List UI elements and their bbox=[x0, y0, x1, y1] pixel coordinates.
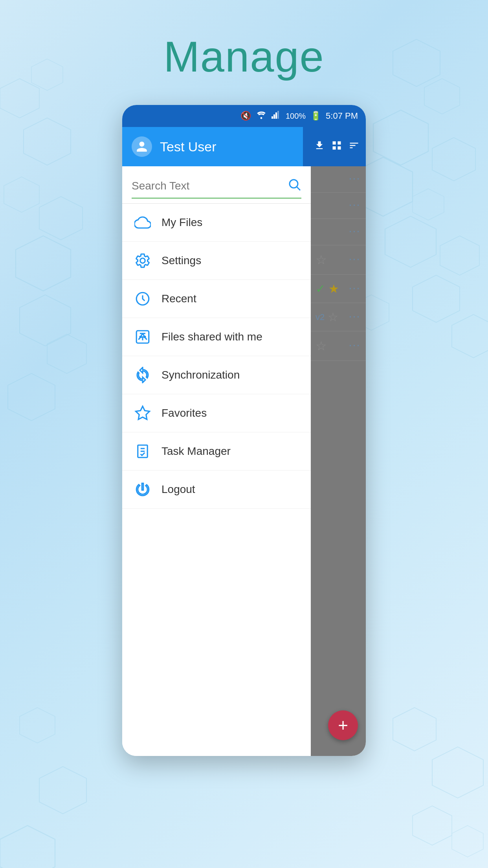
search-icon[interactable] bbox=[287, 177, 301, 195]
menu-label-shared: Files shared with me bbox=[161, 331, 262, 343]
menu-item-logout[interactable]: Logout bbox=[122, 471, 311, 509]
bg-file-row-4: ☆ ⋮ bbox=[311, 245, 366, 275]
menu-label-task-manager: Task Manager bbox=[161, 445, 231, 458]
avatar bbox=[132, 136, 152, 157]
menu-label-my-files: My Files bbox=[161, 216, 202, 229]
phone-frame: 🔇 100% 🔋 5:07 PM Test User bbox=[122, 105, 366, 756]
svg-rect-3 bbox=[275, 112, 277, 119]
menu-label-settings: Settings bbox=[161, 254, 201, 267]
more-options-icon: ⋮ bbox=[348, 254, 361, 266]
menu-label-sync: Synchronization bbox=[161, 369, 240, 381]
bg-file-row-6: v2 ☆ ⋮ bbox=[311, 303, 366, 331]
search-field[interactable] bbox=[132, 177, 301, 199]
bg-file-row-7: ☆ ⋮ bbox=[311, 331, 366, 361]
menu-item-favorites[interactable]: Favorites bbox=[122, 394, 311, 432]
sync-icon bbox=[133, 366, 152, 384]
svg-line-6 bbox=[297, 187, 300, 190]
menu-item-my-files[interactable]: My Files bbox=[122, 204, 311, 242]
signal-icon bbox=[272, 110, 281, 121]
tasks-icon bbox=[133, 442, 152, 461]
star-bg-icon: ☆ bbox=[316, 252, 327, 267]
wifi-icon bbox=[256, 110, 267, 121]
more-options-icon: ⋮ bbox=[348, 173, 361, 185]
star-bg-icon-3: ☆ bbox=[316, 338, 327, 353]
svg-marker-11 bbox=[136, 406, 150, 419]
fab-add-button[interactable]: + bbox=[328, 710, 358, 740]
menu-item-shared[interactable]: Files shared with me bbox=[122, 318, 311, 356]
bg-file-row-5: ✓ ★ ⋮ bbox=[311, 275, 366, 303]
menu-item-task-manager[interactable]: Task Manager bbox=[122, 432, 311, 471]
svg-point-5 bbox=[290, 180, 298, 188]
bg-file-row-3: ⋮ bbox=[311, 219, 366, 245]
status-bar: 🔇 100% 🔋 5:07 PM bbox=[122, 105, 366, 127]
menu-label-favorites: Favorites bbox=[161, 407, 207, 419]
battery-text: 100% bbox=[286, 112, 306, 121]
time-display: 5:07 PM bbox=[326, 111, 358, 121]
star-bg-icon-2: ☆ bbox=[328, 310, 338, 324]
star-icon bbox=[133, 404, 152, 423]
search-input[interactable] bbox=[132, 180, 283, 192]
gear-icon bbox=[133, 251, 152, 270]
svg-marker-0 bbox=[0, 0, 39, 39]
right-panel: ⋮ ⋮ ⋮ ☆ ⋮ ✓ ★ ⋮ v2 ☆ bbox=[311, 166, 366, 756]
check-bg-icon: ✓ bbox=[316, 282, 325, 296]
header-right-actions bbox=[303, 127, 366, 166]
gold-star-icon: ★ bbox=[328, 282, 339, 296]
more-options-icon: ⋮ bbox=[348, 226, 361, 238]
menu-label-recent: Recent bbox=[161, 292, 196, 305]
menu-item-recent[interactable]: Recent bbox=[122, 280, 311, 318]
search-container bbox=[122, 166, 311, 204]
svg-rect-4 bbox=[277, 111, 279, 119]
more-options-icon: ⋮ bbox=[348, 283, 361, 295]
more-options-icon: ⋮ bbox=[348, 340, 361, 352]
grid-icon[interactable] bbox=[331, 140, 342, 154]
more-options-icon: ⋮ bbox=[348, 311, 361, 323]
bg-file-row-2: ⋮ bbox=[311, 193, 366, 219]
bg-file-row-1: ⋮ bbox=[311, 166, 366, 193]
menu-item-sync[interactable]: Synchronization bbox=[122, 356, 311, 394]
share-icon bbox=[133, 327, 152, 346]
clock-icon bbox=[133, 289, 152, 308]
cloud-icon bbox=[133, 213, 152, 232]
menu-label-logout: Logout bbox=[161, 483, 195, 496]
svg-rect-1 bbox=[272, 116, 273, 119]
page-title: Manage bbox=[163, 31, 325, 81]
more-options-icon: ⋮ bbox=[348, 200, 361, 211]
sort-icon[interactable] bbox=[349, 140, 360, 154]
mute-icon: 🔇 bbox=[240, 111, 251, 121]
menu-item-settings[interactable]: Settings bbox=[122, 242, 311, 280]
content-area: My Files Settings bbox=[122, 166, 366, 756]
download-icon[interactable] bbox=[314, 140, 325, 154]
drawer-menu: My Files Settings bbox=[122, 166, 311, 756]
menu-list: My Files Settings bbox=[122, 204, 311, 756]
version-label: v2 bbox=[316, 312, 325, 322]
app-header: Test User bbox=[122, 127, 366, 166]
battery-icon: 🔋 bbox=[310, 111, 321, 121]
power-icon bbox=[133, 480, 152, 499]
svg-rect-2 bbox=[273, 114, 275, 119]
